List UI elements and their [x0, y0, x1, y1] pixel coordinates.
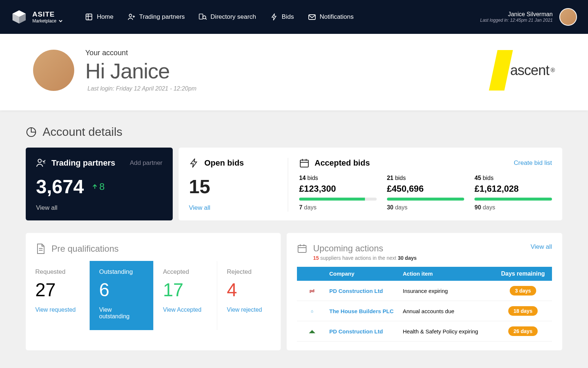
- brand-sub: Marketplace: [32, 18, 63, 24]
- bid-period: 45 bids£1,612,02890 days: [474, 175, 552, 211]
- nav-directory-search[interactable]: Directory search: [199, 13, 256, 21]
- section-header: Account details: [26, 125, 562, 139]
- ua-table-header: Company Action item Days remaining: [297, 267, 552, 281]
- bolt-icon: [270, 13, 278, 21]
- bids-card: Open bids 15 View all Accepted bids Crea…: [179, 148, 562, 220]
- open-bids-viewall-link[interactable]: View all: [189, 204, 210, 212]
- svg-rect-3: [86, 14, 92, 20]
- add-partner-link[interactable]: Add partner: [130, 159, 162, 167]
- svg-point-6: [129, 14, 132, 17]
- create-bid-list-link[interactable]: Create bid list: [514, 159, 552, 167]
- svg-rect-15: [300, 160, 308, 167]
- hero-greeting: Hi Janice: [85, 59, 196, 83]
- partners-count: 3,674 8: [36, 176, 162, 198]
- chevron-down-icon: [58, 19, 63, 23]
- ua-subtitle: 15 suppliers have actions in the next 30…: [313, 255, 525, 261]
- avatar[interactable]: [559, 8, 577, 26]
- brand-name: ASITE: [32, 10, 63, 18]
- ua-row[interactable]: pdPD Construction LtdInsurance expiring3…: [297, 281, 552, 301]
- svg-point-10: [203, 16, 206, 19]
- pq-cell[interactable]: Outstanding6View outstanding: [90, 261, 154, 330]
- partners-viewall-link[interactable]: View all: [36, 204, 57, 212]
- arrow-up-icon: [92, 184, 98, 190]
- avatar-large: [33, 50, 74, 91]
- pie-icon: [26, 127, 37, 138]
- user-meta: Janice Silverman Last logged in: 12:45pm…: [480, 11, 553, 23]
- upcoming-actions-card: Upcoming actions 15 suppliers have actio…: [287, 233, 562, 350]
- partners-icon: [36, 158, 46, 168]
- section-title: Account details: [43, 125, 122, 139]
- pq-cell[interactable]: Rejected4View rejected: [217, 261, 281, 330]
- main-nav: Home Trading partners Directory search B…: [85, 13, 354, 21]
- search-icon: [199, 13, 207, 21]
- svg-line-11: [205, 18, 207, 20]
- ascent-bolt-icon: [489, 50, 513, 91]
- mail-icon: [308, 13, 316, 21]
- ua-viewall-link[interactable]: View all: [531, 243, 552, 251]
- partners-icon: [128, 13, 136, 21]
- document-icon: [36, 243, 46, 254]
- open-bids-count: 15: [189, 176, 280, 198]
- ua-row[interactable]: ◢◣PD Construction LtdHealth & Safety Pol…: [297, 321, 552, 342]
- bid-period: 14 bids£123,3007 days: [299, 175, 377, 211]
- svg-point-14: [38, 159, 42, 163]
- home-icon: [85, 13, 93, 21]
- pq-cell[interactable]: Accepted17View Accepted: [154, 261, 218, 330]
- hero-eyebrow: Your account: [85, 49, 196, 57]
- hero-last-login: Last login: Friday 12 April 2021 - 12:20…: [87, 85, 196, 92]
- brand-logo-icon: [11, 9, 27, 25]
- nav-home[interactable]: Home: [85, 13, 113, 21]
- trading-partners-card: Trading partners Add partner 3,674 8 Vie…: [26, 148, 173, 220]
- svg-rect-21: [298, 245, 306, 252]
- nav-notifications[interactable]: Notifications: [308, 13, 354, 21]
- pq-title: Pre qualifications: [51, 244, 119, 254]
- calendar-icon: [297, 243, 307, 254]
- bid-period: 21 bids£450,69630 days: [387, 175, 465, 211]
- ua-row[interactable]: ⌂The House Builders PLCAnnual accounts d…: [297, 301, 552, 321]
- ua-title: Upcoming actions: [313, 243, 525, 254]
- pre-qualifications-card: Pre qualifications Requested27View reque…: [26, 233, 281, 350]
- accepted-bids-title: Accepted bids: [315, 158, 370, 168]
- topbar: ASITE Marketplace Home Trading partners …: [0, 0, 588, 34]
- svg-rect-9: [199, 14, 203, 19]
- bolt-icon: [189, 158, 199, 168]
- nav-bids[interactable]: Bids: [270, 13, 294, 21]
- user-last-login: Last logged in: 12:45pm 21 Jan 2021: [480, 18, 553, 23]
- nav-trading-partners[interactable]: Trading partners: [128, 13, 185, 21]
- partner-brand-logo: ascent®: [493, 50, 555, 91]
- pq-cell[interactable]: Requested27View requested: [26, 261, 90, 330]
- svg-rect-12: [309, 15, 315, 20]
- brand-block[interactable]: ASITE Marketplace: [11, 9, 63, 25]
- card-title: Trading partners: [51, 158, 115, 168]
- hero: Your account Hi Janice Last login: Frida…: [0, 34, 588, 110]
- open-bids-title: Open bids: [204, 158, 244, 168]
- user-name: Janice Silverman: [480, 11, 553, 18]
- calendar-icon: [299, 158, 309, 168]
- partners-delta: 8: [92, 181, 104, 192]
